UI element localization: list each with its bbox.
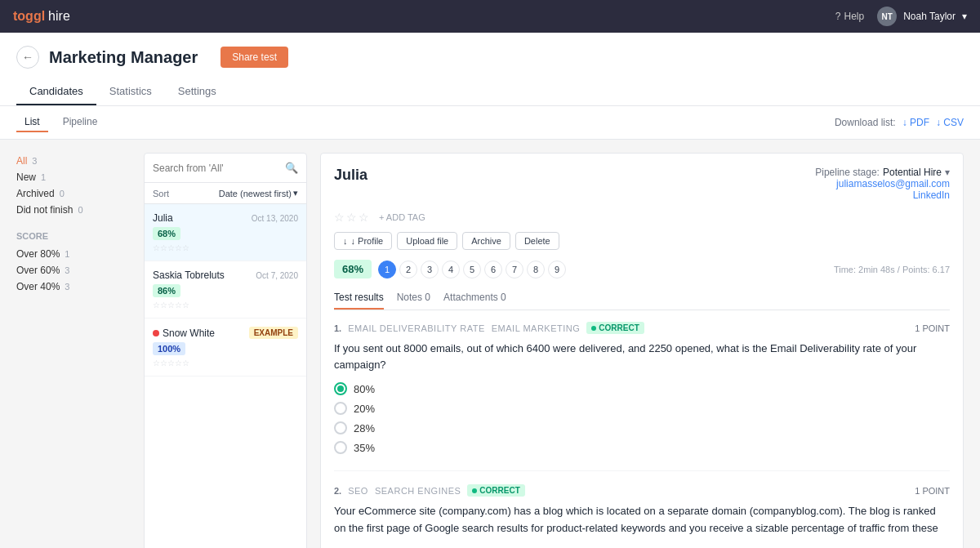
page-num-7[interactable]: 7 bbox=[506, 261, 523, 278]
user-menu[interactable]: NT Noah Taylor ▾ bbox=[877, 7, 967, 26]
detail-linkedin[interactable]: LinkedIn bbox=[815, 189, 950, 201]
detail-email[interactable]: juliamasselos@gmail.com bbox=[815, 178, 950, 189]
candidate-item-saskia[interactable]: Saskia Tobreluts Oct 7, 2020 86% ☆☆☆☆☆ bbox=[145, 261, 306, 319]
filter-over-80-label: Over 80% bbox=[16, 248, 60, 260]
pdf-download-link[interactable]: ↓ PDF bbox=[902, 117, 929, 128]
sort-bar: Sort Date (newest first) ▾ bbox=[145, 183, 306, 204]
upload-file-button[interactable]: Upload file bbox=[397, 232, 457, 250]
tab-settings[interactable]: Settings bbox=[165, 78, 229, 105]
tab-candidates[interactable]: Candidates bbox=[16, 78, 96, 105]
search-icon: 🔍 bbox=[285, 162, 298, 174]
star-rating: ☆☆☆☆☆ bbox=[153, 301, 298, 310]
archive-button[interactable]: Archive bbox=[462, 232, 510, 250]
candidate-detail: Julia Pipeline stage: Potential Hire ▾ j… bbox=[320, 153, 964, 548]
filter-did-not-finish[interactable]: Did not finish 0 bbox=[16, 202, 131, 218]
score-badge: 86% bbox=[153, 284, 180, 297]
page-num-6[interactable]: 6 bbox=[484, 261, 502, 278]
back-button[interactable]: ← bbox=[16, 46, 39, 69]
sort-label: Sort bbox=[153, 189, 169, 198]
page-num-8[interactable]: 8 bbox=[527, 261, 545, 278]
page-num-1[interactable]: 1 bbox=[378, 261, 396, 278]
question-1-num: 1. bbox=[334, 323, 341, 333]
view-tab-pipeline[interactable]: Pipeline bbox=[55, 113, 106, 132]
example-badge: EXAMPLE bbox=[249, 327, 298, 339]
question-1-points: 1 POINT bbox=[915, 323, 950, 333]
page-num-9[interactable]: 9 bbox=[548, 261, 566, 278]
detail-tab-attachments[interactable]: Attachments 0 bbox=[443, 287, 506, 310]
toggl-text: toggl bbox=[13, 9, 45, 24]
filter-all-label: All bbox=[16, 155, 27, 167]
red-dot-icon bbox=[153, 330, 159, 336]
answer-option-4: 35% bbox=[334, 441, 950, 454]
status-filter-group: All 3 New 1 Archived 0 Did not finish 0 bbox=[16, 153, 131, 218]
filter-over-60[interactable]: Over 60% 3 bbox=[16, 262, 131, 278]
sort-dropdown[interactable]: Date (newest first) ▾ bbox=[219, 188, 298, 198]
star-rating: ☆☆☆☆☆ bbox=[153, 243, 298, 252]
candidate-item-julia[interactable]: Julia Oct 13, 2020 68% ☆☆☆☆☆ bbox=[145, 204, 306, 261]
filter-new[interactable]: New 1 bbox=[16, 169, 131, 185]
answer-4-value: 35% bbox=[354, 442, 375, 454]
radio-unselected-icon bbox=[334, 441, 347, 454]
pipeline-stage-selector[interactable]: Pipeline stage: Potential Hire ▾ bbox=[815, 167, 950, 178]
sort-value-text: Date (newest first) bbox=[219, 189, 292, 198]
filter-panel: All 3 New 1 Archived 0 Did not finish 0 … bbox=[16, 153, 131, 548]
help-button[interactable]: ? Help bbox=[835, 11, 864, 22]
chevron-down-icon: ▾ bbox=[293, 188, 298, 198]
add-tag-button[interactable]: + ADD TAG bbox=[379, 212, 425, 222]
detail-tags-row: ☆ ☆ ☆ + ADD TAG bbox=[334, 211, 950, 224]
page-num-5[interactable]: 5 bbox=[463, 261, 481, 278]
view-tab-list[interactable]: List bbox=[16, 113, 48, 132]
correct-label-2: CORRECT bbox=[479, 486, 519, 495]
question-2-subject: SEARCH ENGINES bbox=[375, 486, 461, 496]
correct-badge-1: CORRECT bbox=[586, 322, 644, 334]
page-num-2[interactable]: 2 bbox=[399, 261, 417, 278]
tag-stars: ☆ ☆ ☆ bbox=[334, 211, 369, 224]
filter-archived-label: Archived bbox=[16, 188, 55, 199]
archive-label: Archive bbox=[471, 236, 501, 246]
candidate-name: Snow White bbox=[163, 327, 215, 339]
filter-all[interactable]: All 3 bbox=[16, 153, 131, 169]
question-2-points: 1 POINT bbox=[915, 486, 950, 496]
upload-label: Upload file bbox=[406, 236, 448, 246]
candidate-header: Snow White EXAMPLE bbox=[153, 327, 298, 339]
profile-label: ↓ Profile bbox=[351, 236, 384, 246]
search-input[interactable] bbox=[153, 163, 280, 174]
candidate-name: Julia bbox=[153, 212, 173, 224]
filter-dnf-count: 0 bbox=[78, 205, 82, 215]
filter-over-80[interactable]: Over 80% 1 bbox=[16, 246, 131, 262]
header-title-row: ← Marketing Manager Share test bbox=[16, 46, 964, 69]
user-name: Noah Taylor bbox=[903, 11, 956, 22]
star-rating: ☆☆☆☆☆ bbox=[153, 359, 298, 368]
delete-label: Delete bbox=[524, 236, 550, 246]
question-1-meta: 1. EMAIL DELIVERABILITY RATE EMAIL MARKE… bbox=[334, 322, 950, 334]
csv-download-link[interactable]: ↓ CSV bbox=[936, 117, 964, 128]
page-num-4[interactable]: 4 bbox=[442, 261, 460, 278]
detail-actions: ↓ ↓ Profile Upload file Archive Delete bbox=[334, 232, 950, 250]
tab-statistics[interactable]: Statistics bbox=[96, 78, 165, 105]
delete-button[interactable]: Delete bbox=[515, 232, 559, 250]
question-2-num: 2. bbox=[334, 486, 341, 496]
filter-archived[interactable]: Archived 0 bbox=[16, 185, 131, 202]
page-header: ← Marketing Manager Share test Candidate… bbox=[0, 33, 980, 106]
profile-button[interactable]: ↓ ↓ Profile bbox=[334, 232, 392, 250]
filter-dnf-label: Did not finish bbox=[16, 204, 73, 216]
top-navigation: toggl hire ? Help NT Noah Taylor ▾ bbox=[0, 0, 980, 33]
filter-over-40[interactable]: Over 40% 3 bbox=[16, 278, 131, 295]
detail-tab-notes[interactable]: Notes 0 bbox=[397, 287, 430, 310]
share-test-button[interactable]: Share test bbox=[220, 47, 288, 68]
answer-option-3: 28% bbox=[334, 421, 950, 434]
filter-new-count: 1 bbox=[41, 172, 46, 182]
nav-right: ? Help NT Noah Taylor ▾ bbox=[835, 7, 967, 26]
answer-option-2: 20% bbox=[334, 402, 950, 415]
page-num-3[interactable]: 3 bbox=[421, 261, 439, 278]
detail-right-header: Pipeline stage: Potential Hire ▾ juliama… bbox=[815, 167, 950, 201]
detail-tab-test-results[interactable]: Test results bbox=[334, 287, 384, 310]
filter-over-40-count: 3 bbox=[65, 282, 69, 292]
correct-dot-icon bbox=[472, 488, 477, 493]
radio-unselected-icon bbox=[334, 421, 347, 434]
view-tabs: List Pipeline bbox=[16, 113, 105, 132]
candidate-item-snow-white[interactable]: Snow White EXAMPLE 100% ☆☆☆☆☆ bbox=[145, 319, 306, 376]
help-circle-icon: ? bbox=[835, 11, 841, 22]
big-score-badge: 68% bbox=[334, 260, 372, 278]
filter-new-label: New bbox=[16, 172, 36, 183]
